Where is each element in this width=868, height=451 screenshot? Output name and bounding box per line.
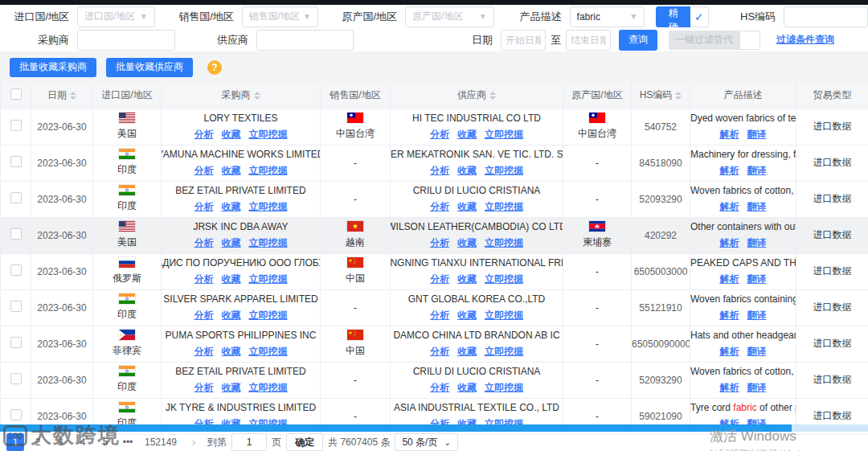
favorite-link[interactable]: 收藏 xyxy=(457,236,477,250)
supplier-name[interactable]: HI TEC INDUSTRIAL CO LTD xyxy=(412,113,541,124)
row-checkbox[interactable] xyxy=(10,192,22,203)
page-button-5[interactable]: 5 xyxy=(96,433,114,451)
supplier-name[interactable]: DONGNING TIANXU INTERNATIONAL FREIG xyxy=(391,257,563,269)
dig-now-link[interactable]: 立即挖掘 xyxy=(249,345,288,359)
buyer-name[interactable]: JRSK INC DBA AWAY xyxy=(193,221,288,232)
analyze-link[interactable]: 分析 xyxy=(194,345,214,359)
favorite-link[interactable]: 收藏 xyxy=(222,309,241,322)
column-header[interactable]: 日期 xyxy=(31,83,93,109)
dig-now-link[interactable]: 立即挖掘 xyxy=(249,236,288,250)
translate-link[interactable]: 翻译 xyxy=(747,236,767,250)
translate-link[interactable]: 翻译 xyxy=(747,345,767,359)
row-checkbox[interactable] xyxy=(10,264,22,276)
date-start-field[interactable] xyxy=(501,30,546,51)
buyer-name[interactable]: БАДИС ПО ПОРУЧЕНИЮ ООО ГЛОБУС xyxy=(162,257,321,269)
translate-link[interactable]: 翻译 xyxy=(747,309,767,322)
dig-now-link[interactable]: 立即挖掘 xyxy=(485,273,523,286)
parse-link[interactable]: 解析 xyxy=(720,164,739,178)
favorite-link[interactable]: 收藏 xyxy=(457,309,477,322)
favorite-link[interactable]: 收藏 xyxy=(457,345,477,359)
parse-link[interactable]: 解析 xyxy=(720,273,739,286)
analyze-link[interactable]: 分析 xyxy=(194,128,214,141)
column-header[interactable]: HS编码 xyxy=(632,83,690,109)
analyze-link[interactable]: 分析 xyxy=(194,236,214,250)
translate-link[interactable]: 翻译 xyxy=(747,273,767,286)
supplier-name[interactable]: WILSON LEATHER(CAMBODIA) CO LTD xyxy=(391,221,563,232)
favorite-link[interactable]: 收藏 xyxy=(222,345,241,359)
row-checkbox[interactable] xyxy=(10,337,22,348)
batch-favorite-suppliers-button[interactable]: 批量收藏供应商 xyxy=(106,58,193,77)
parse-link[interactable]: 解析 xyxy=(720,309,739,322)
translate-link[interactable]: 翻译 xyxy=(747,200,767,214)
analyze-link[interactable]: 分析 xyxy=(430,236,449,250)
goto-confirm-button[interactable]: 确定 xyxy=(286,433,323,451)
favorite-link[interactable]: 收藏 xyxy=(222,200,241,214)
supplier-input[interactable] xyxy=(264,35,346,46)
date-start-input[interactable] xyxy=(506,35,541,46)
filter-condition-link[interactable]: 过滤条件查询 xyxy=(776,33,834,47)
select-all-checkbox[interactable] xyxy=(10,88,22,100)
buyer-field[interactable] xyxy=(77,30,175,51)
analyze-link[interactable]: 分析 xyxy=(430,200,449,214)
page-button-3[interactable]: 3 xyxy=(51,433,69,451)
dig-now-link[interactable]: 立即挖掘 xyxy=(485,236,523,250)
row-checkbox[interactable] xyxy=(10,301,22,312)
page-button-last[interactable]: 152149 xyxy=(141,433,180,451)
batch-favorite-buyers-button[interactable]: 批量收藏采购商 xyxy=(10,58,96,77)
analyze-link[interactable]: 分析 xyxy=(430,128,449,141)
exact-match-checkbox[interactable]: ✓ xyxy=(690,6,709,27)
dig-now-link[interactable]: 立即挖掘 xyxy=(249,128,288,141)
parse-link[interactable]: 解析 xyxy=(720,200,739,214)
dig-now-link[interactable]: 立即挖掘 xyxy=(485,381,523,395)
column-header[interactable]: 供应商 xyxy=(391,83,563,109)
row-checkbox[interactable] xyxy=(10,409,22,420)
analyze-link[interactable]: 分析 xyxy=(194,200,214,214)
page-size-select[interactable]: 50 条/页⌄ xyxy=(395,433,457,451)
search-button[interactable]: 查询 xyxy=(619,30,657,51)
date-end-field[interactable] xyxy=(566,30,611,51)
sort-icon[interactable] xyxy=(675,92,682,100)
buyer-name[interactable]: YAMUNA MACHINE WORKS LIMITED xyxy=(162,149,321,160)
dig-now-link[interactable]: 立即挖掘 xyxy=(249,200,288,214)
analyze-link[interactable]: 分析 xyxy=(430,345,449,359)
sales-country-select[interactable]: 销售国/地区 ▼ xyxy=(242,6,318,27)
analyze-link[interactable]: 分析 xyxy=(430,381,449,395)
page-button-1[interactable]: 1 xyxy=(6,433,24,451)
favorite-link[interactable]: 收藏 xyxy=(457,128,477,141)
origin-country-select[interactable]: 原产国/地区 ▼ xyxy=(405,6,494,27)
dig-now-link[interactable]: 立即挖掘 xyxy=(485,128,523,141)
product-desc-select[interactable]: fabric ▼ xyxy=(570,6,645,27)
favorite-link[interactable]: 收藏 xyxy=(457,381,477,395)
analyze-link[interactable]: 分析 xyxy=(194,273,214,286)
page-button-4[interactable]: 4 xyxy=(74,433,92,451)
favorite-link[interactable]: 收藏 xyxy=(457,200,477,214)
parse-link[interactable]: 解析 xyxy=(720,345,739,359)
favorite-link[interactable]: 收藏 xyxy=(222,164,241,178)
favorite-link[interactable]: 收藏 xyxy=(457,164,477,178)
analyze-link[interactable]: 分析 xyxy=(194,164,214,178)
hs-code-field[interactable] xyxy=(784,6,868,27)
dig-now-link[interactable]: 立即挖掘 xyxy=(485,164,523,178)
dig-now-link[interactable]: 立即挖掘 xyxy=(249,273,288,286)
dig-now-link[interactable]: 立即挖掘 xyxy=(485,309,523,322)
buyer-name[interactable]: LORY TEXTILES xyxy=(203,113,277,124)
supplier-field[interactable] xyxy=(256,30,354,51)
buyer-input[interactable] xyxy=(84,35,168,46)
dig-now-link[interactable]: 立即挖掘 xyxy=(249,381,288,395)
column-header[interactable]: 采购商 xyxy=(162,83,321,109)
analyze-link[interactable]: 分析 xyxy=(430,309,449,322)
row-checkbox[interactable] xyxy=(10,156,22,167)
next-page-icon[interactable]: › xyxy=(185,433,203,451)
supplier-name[interactable]: CRILU DI LUCIO CRISTIANA xyxy=(413,185,541,196)
dig-now-link[interactable]: 立即挖掘 xyxy=(485,200,523,214)
favorite-link[interactable]: 收藏 xyxy=(457,273,477,286)
favorite-link[interactable]: 收藏 xyxy=(222,236,241,250)
hs-code-input[interactable] xyxy=(791,11,861,23)
dig-now-link[interactable]: 立即挖掘 xyxy=(485,345,523,359)
supplier-name[interactable]: GNT GLOBAL KOREA CO.,LTD xyxy=(408,293,546,305)
exact-match-button[interactable]: 精确 xyxy=(656,6,690,27)
parse-link[interactable]: 解析 xyxy=(720,128,739,141)
parse-link[interactable]: 解析 xyxy=(720,236,739,250)
horizontal-scrollbar[interactable] xyxy=(0,424,868,432)
sort-icon[interactable] xyxy=(70,92,76,100)
